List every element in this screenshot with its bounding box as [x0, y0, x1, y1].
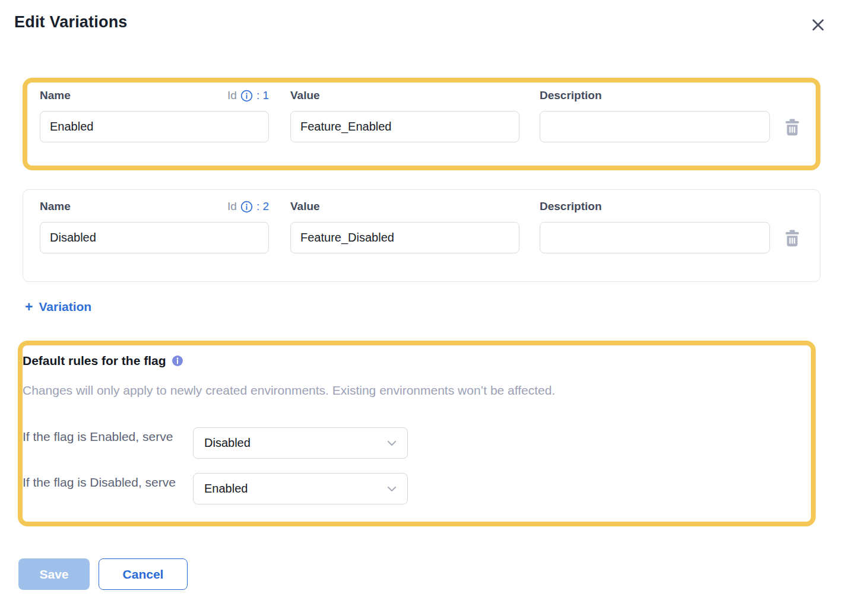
close-icon: [811, 18, 825, 32]
description-label: Description: [540, 89, 602, 102]
delete-variation-button[interactable]: [784, 230, 800, 247]
variation-description-input[interactable]: [540, 222, 770, 253]
info-icon[interactable]: [240, 201, 253, 213]
variation-id-value: : 1: [256, 89, 269, 102]
add-variation-button[interactable]: + Variation: [25, 300, 91, 314]
selected-option: Disabled: [204, 436, 251, 450]
description-label: Description: [540, 200, 602, 213]
variation-value-input[interactable]: [290, 222, 519, 253]
serve-select-disabled[interactable]: Enabled: [193, 473, 408, 504]
variation-description-input[interactable]: [540, 111, 770, 142]
value-label: Value: [290, 200, 320, 213]
variation-id: Id : 2: [227, 200, 269, 213]
close-button[interactable]: [807, 14, 829, 36]
rule-label-enabled: If the flag is Enabled, serve: [23, 427, 193, 446]
modal-footer: Save Cancel: [18, 558, 843, 590]
chevron-down-icon: [387, 440, 397, 446]
rule-label-disabled: If the flag is Disabled, serve: [23, 473, 193, 491]
chevron-down-icon: [387, 486, 397, 492]
variation-card-2: Name Id : 2 Value: [23, 189, 820, 282]
variation-name-input[interactable]: [40, 222, 269, 253]
variation-name-input[interactable]: [40, 111, 269, 142]
trash-icon: [784, 230, 800, 247]
default-rules-title: Default rules for the flag: [23, 354, 166, 368]
serve-select-enabled[interactable]: Disabled: [193, 427, 408, 459]
modal-header: Edit Variations: [0, 0, 843, 36]
selected-option: Enabled: [204, 482, 248, 496]
default-rules-note: Changes will only apply to newly created…: [23, 383, 797, 398]
cancel-button[interactable]: Cancel: [99, 558, 188, 590]
save-button[interactable]: Save: [18, 558, 90, 590]
name-label: Name: [40, 89, 71, 102]
info-icon[interactable]: [240, 90, 253, 102]
plus-icon: +: [25, 300, 33, 314]
variation-id: Id : 1: [227, 89, 269, 102]
variation-card-1: Name Id : 1 Value: [23, 78, 820, 170]
value-label: Value: [290, 89, 320, 102]
id-label: Id: [227, 89, 237, 102]
delete-variation-button[interactable]: [784, 119, 800, 136]
page-title: Edit Variations: [14, 13, 128, 31]
id-label: Id: [227, 200, 237, 213]
name-label: Name: [40, 200, 71, 213]
add-variation-label: Variation: [39, 300, 91, 314]
variation-value-input[interactable]: [290, 111, 519, 142]
trash-icon: [784, 119, 800, 136]
default-rules-section: Default rules for the flag Changes will …: [18, 341, 816, 526]
variation-id-value: : 2: [256, 200, 269, 213]
info-badge-icon[interactable]: [172, 355, 183, 367]
